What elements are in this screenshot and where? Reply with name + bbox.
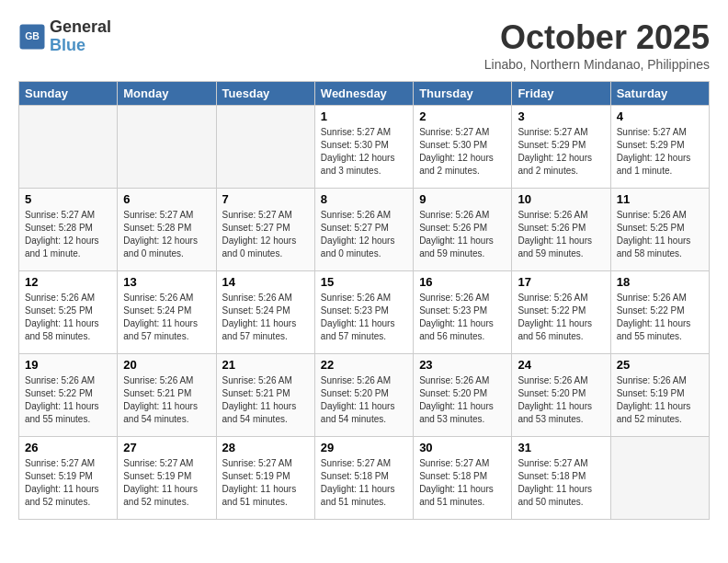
- day-info: Sunrise: 5:27 AM Sunset: 5:18 PM Dayligh…: [419, 457, 506, 509]
- weekday-header-sunday: Sunday: [19, 82, 118, 106]
- weekday-header-row: SundayMondayTuesdayWednesdayThursdayFrid…: [19, 82, 710, 106]
- calendar-cell: 27 Sunrise: 5:27 AM Sunset: 5:19 PM Dayl…: [118, 437, 216, 520]
- calendar-cell: 29 Sunrise: 5:27 AM Sunset: 5:18 PM Dayl…: [314, 437, 413, 520]
- calendar-cell: 10 Sunrise: 5:26 AM Sunset: 5:26 PM Dayl…: [512, 189, 610, 271]
- day-info: Sunrise: 5:26 AM Sunset: 5:24 PM Dayligh…: [123, 292, 210, 343]
- day-info: Sunrise: 5:26 AM Sunset: 5:24 PM Dayligh…: [222, 292, 309, 343]
- calendar-cell: 16 Sunrise: 5:26 AM Sunset: 5:23 PM Dayl…: [414, 271, 512, 354]
- calendar-cell: 6 Sunrise: 5:27 AM Sunset: 5:28 PM Dayli…: [118, 189, 216, 271]
- day-number: 13: [123, 275, 210, 289]
- day-number: 28: [222, 441, 309, 454]
- day-number: 17: [518, 275, 604, 289]
- day-number: 29: [321, 441, 407, 454]
- calendar-cell: 23 Sunrise: 5:26 AM Sunset: 5:20 PM Dayl…: [414, 354, 512, 437]
- day-number: 10: [518, 192, 604, 206]
- calendar-cell: 4 Sunrise: 5:27 AM Sunset: 5:29 PM Dayli…: [610, 106, 709, 189]
- day-info: Sunrise: 5:26 AM Sunset: 5:20 PM Dayligh…: [321, 374, 407, 426]
- day-info: Sunrise: 5:27 AM Sunset: 5:19 PM Dayligh…: [123, 457, 210, 509]
- weekday-header-tuesday: Tuesday: [216, 82, 314, 106]
- day-info: Sunrise: 5:26 AM Sunset: 5:22 PM Dayligh…: [617, 292, 703, 343]
- day-number: 8: [321, 192, 407, 206]
- calendar-cell: 3 Sunrise: 5:27 AM Sunset: 5:29 PM Dayli…: [512, 106, 610, 189]
- weekday-header-friday: Friday: [512, 82, 610, 106]
- logo-text-line1: General: [50, 18, 111, 37]
- day-number: 23: [419, 358, 506, 372]
- day-number: 30: [419, 441, 506, 454]
- calendar-cell: 20 Sunrise: 5:26 AM Sunset: 5:21 PM Dayl…: [118, 354, 216, 437]
- day-info: Sunrise: 5:27 AM Sunset: 5:27 PM Dayligh…: [222, 209, 309, 260]
- day-number: 24: [518, 358, 604, 372]
- day-info: Sunrise: 5:26 AM Sunset: 5:26 PM Dayligh…: [518, 209, 604, 260]
- calendar-cell: 1 Sunrise: 5:27 AM Sunset: 5:30 PM Dayli…: [314, 106, 413, 189]
- title-block: October 2025 Linabo, Northern Mindanao, …: [484, 18, 710, 72]
- page-header: GB General Blue October 2025 Linabo, Nor…: [18, 18, 710, 72]
- day-info: Sunrise: 5:26 AM Sunset: 5:19 PM Dayligh…: [617, 374, 703, 426]
- day-number: 12: [25, 275, 111, 289]
- calendar-cell: 2 Sunrise: 5:27 AM Sunset: 5:30 PM Dayli…: [414, 106, 512, 189]
- calendar-cell: 21 Sunrise: 5:26 AM Sunset: 5:21 PM Dayl…: [216, 354, 314, 437]
- calendar-cell: 26 Sunrise: 5:27 AM Sunset: 5:19 PM Dayl…: [19, 437, 118, 520]
- calendar-cell: 15 Sunrise: 5:26 AM Sunset: 5:23 PM Dayl…: [314, 271, 413, 354]
- weekday-header-saturday: Saturday: [610, 82, 709, 106]
- day-info: Sunrise: 5:27 AM Sunset: 5:30 PM Dayligh…: [321, 126, 407, 178]
- day-number: 6: [123, 192, 210, 206]
- weekday-header-thursday: Thursday: [414, 82, 512, 106]
- calendar-cell: 13 Sunrise: 5:26 AM Sunset: 5:24 PM Dayl…: [118, 271, 216, 354]
- calendar-cell: [19, 106, 118, 189]
- week-row-5: 26 Sunrise: 5:27 AM Sunset: 5:19 PM Dayl…: [19, 437, 710, 520]
- calendar-cell: 25 Sunrise: 5:26 AM Sunset: 5:19 PM Dayl…: [610, 354, 709, 437]
- day-number: 22: [321, 358, 407, 372]
- calendar-cell: 11 Sunrise: 5:26 AM Sunset: 5:25 PM Dayl…: [610, 189, 709, 271]
- calendar-cell: 9 Sunrise: 5:26 AM Sunset: 5:26 PM Dayli…: [414, 189, 512, 271]
- day-info: Sunrise: 5:26 AM Sunset: 5:22 PM Dayligh…: [25, 374, 111, 426]
- calendar-cell: [610, 437, 709, 520]
- day-info: Sunrise: 5:26 AM Sunset: 5:27 PM Dayligh…: [321, 209, 407, 260]
- location-title: Linabo, Northern Mindanao, Philippines: [484, 57, 710, 72]
- week-row-4: 19 Sunrise: 5:26 AM Sunset: 5:22 PM Dayl…: [19, 354, 710, 437]
- day-number: 21: [222, 358, 309, 372]
- week-row-2: 5 Sunrise: 5:27 AM Sunset: 5:28 PM Dayli…: [19, 189, 710, 271]
- day-info: Sunrise: 5:26 AM Sunset: 5:21 PM Dayligh…: [222, 374, 309, 426]
- day-number: 1: [321, 109, 407, 123]
- day-info: Sunrise: 5:27 AM Sunset: 5:19 PM Dayligh…: [222, 457, 309, 509]
- calendar-table: SundayMondayTuesdayWednesdayThursdayFrid…: [18, 81, 710, 520]
- week-row-1: 1 Sunrise: 5:27 AM Sunset: 5:30 PM Dayli…: [19, 106, 710, 189]
- calendar-cell: 28 Sunrise: 5:27 AM Sunset: 5:19 PM Dayl…: [216, 437, 314, 520]
- calendar-cell: 5 Sunrise: 5:27 AM Sunset: 5:28 PM Dayli…: [19, 189, 118, 271]
- day-info: Sunrise: 5:27 AM Sunset: 5:18 PM Dayligh…: [518, 457, 604, 509]
- calendar-cell: [118, 106, 216, 189]
- weekday-header-monday: Monday: [118, 82, 216, 106]
- calendar-cell: 8 Sunrise: 5:26 AM Sunset: 5:27 PM Dayli…: [314, 189, 413, 271]
- day-info: Sunrise: 5:27 AM Sunset: 5:28 PM Dayligh…: [123, 209, 210, 260]
- day-info: Sunrise: 5:26 AM Sunset: 5:20 PM Dayligh…: [419, 374, 506, 426]
- day-info: Sunrise: 5:27 AM Sunset: 5:18 PM Dayligh…: [321, 457, 407, 509]
- day-info: Sunrise: 5:26 AM Sunset: 5:20 PM Dayligh…: [518, 374, 604, 426]
- day-number: 4: [617, 109, 703, 123]
- svg-text:GB: GB: [25, 30, 40, 41]
- day-number: 11: [617, 192, 703, 206]
- day-info: Sunrise: 5:27 AM Sunset: 5:29 PM Dayligh…: [617, 126, 703, 178]
- day-info: Sunrise: 5:26 AM Sunset: 5:26 PM Dayligh…: [419, 209, 506, 260]
- day-number: 18: [617, 275, 703, 289]
- day-info: Sunrise: 5:26 AM Sunset: 5:25 PM Dayligh…: [25, 292, 111, 343]
- calendar-cell: 14 Sunrise: 5:26 AM Sunset: 5:24 PM Dayl…: [216, 271, 314, 354]
- day-info: Sunrise: 5:26 AM Sunset: 5:25 PM Dayligh…: [617, 209, 703, 260]
- day-info: Sunrise: 5:26 AM Sunset: 5:22 PM Dayligh…: [518, 292, 604, 343]
- day-number: 14: [222, 275, 309, 289]
- day-number: 27: [123, 441, 210, 454]
- calendar-cell: 12 Sunrise: 5:26 AM Sunset: 5:25 PM Dayl…: [19, 271, 118, 354]
- day-info: Sunrise: 5:26 AM Sunset: 5:23 PM Dayligh…: [419, 292, 506, 343]
- logo-icon: GB: [18, 23, 46, 51]
- day-number: 7: [222, 192, 309, 206]
- day-number: 31: [518, 441, 604, 454]
- day-number: 2: [419, 109, 506, 123]
- calendar-cell: 22 Sunrise: 5:26 AM Sunset: 5:20 PM Dayl…: [314, 354, 413, 437]
- calendar-cell: 7 Sunrise: 5:27 AM Sunset: 5:27 PM Dayli…: [216, 189, 314, 271]
- day-info: Sunrise: 5:27 AM Sunset: 5:30 PM Dayligh…: [419, 126, 506, 178]
- day-number: 26: [25, 441, 111, 454]
- weekday-header-wednesday: Wednesday: [314, 82, 413, 106]
- logo-text-line2: Blue: [50, 37, 111, 55]
- day-number: 15: [321, 275, 407, 289]
- day-info: Sunrise: 5:26 AM Sunset: 5:21 PM Dayligh…: [123, 374, 210, 426]
- day-number: 19: [25, 358, 111, 372]
